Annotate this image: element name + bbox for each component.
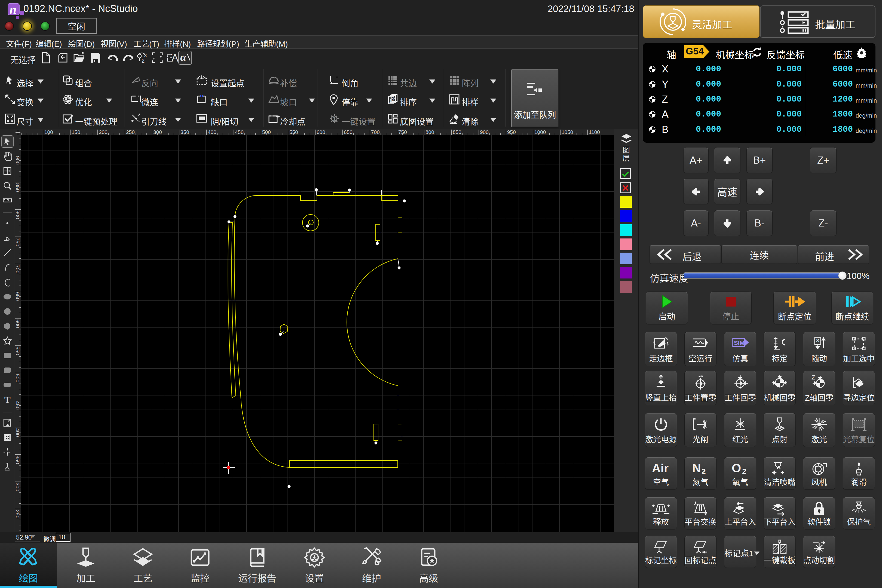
svg-text:Z: Z [812, 375, 815, 381]
svg-text:2: 2 [141, 58, 144, 64]
svg-text:N: N [692, 461, 701, 475]
svg-text:A: A [171, 52, 178, 64]
svg-text:SIM: SIM [734, 339, 744, 346]
svg-text:3: 3 [393, 96, 396, 101]
svg-text:Air: Air [652, 461, 669, 475]
svg-text:3: 3 [144, 53, 147, 58]
svg-text:1: 1 [333, 116, 336, 122]
svg-text:T: T [4, 395, 10, 405]
svg-text:2: 2 [702, 467, 706, 476]
svg-text:2: 2 [742, 467, 746, 476]
svg-text:O: O [732, 461, 741, 475]
svg-text:α: α [180, 52, 186, 63]
svg-text:S: S [816, 338, 819, 343]
